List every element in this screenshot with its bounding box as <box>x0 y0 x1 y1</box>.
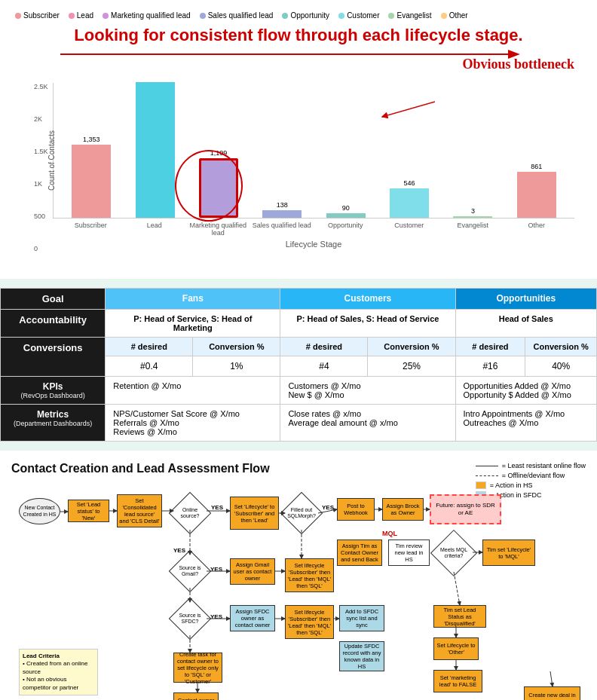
customers-accountability: P: Head of Sales, S: Head of Service <box>280 310 455 338</box>
evangelist-dot <box>388 13 394 19</box>
legend-evangelist-label: Evangelist <box>396 11 431 20</box>
tick-500: 500 <box>34 212 48 220</box>
legend-opportunity-label: Opportunity <box>290 11 329 20</box>
x-label-customer: Customer <box>379 222 440 237</box>
fans-desired-value: #0.4 <box>106 356 193 377</box>
kpis-label: KPIs (RevOps Dashboard) <box>1 377 106 405</box>
flow-legend-dashed: = Offline/deviant flow <box>476 472 586 479</box>
box-set-lead-status: Set 'Lead status' to 'New' <box>68 500 109 522</box>
box-lifecycle-sfdc: Set lifecycle 'Subscriber' then 'Lead' t… <box>285 605 334 639</box>
customers-kpis: Customers @ X/mo New $ @ X/mo <box>280 377 455 405</box>
box-tim-set-mql: Tim set 'Lifecycle' to 'MQL' <box>482 540 535 566</box>
tick-2000: 2K <box>34 115 48 123</box>
accountability-text: Accountability <box>19 314 87 326</box>
box-marketing-false: Set 'marketing lead' to FALSE <box>433 670 482 692</box>
bar-evangelist: 3 <box>442 207 503 218</box>
box-new-contact: New Contact Created in HS <box>19 498 60 524</box>
goal-table: Goal Fans Customers Opportunities Accoun… <box>0 288 597 442</box>
bar-chart: 1,353 1,109 138 <box>53 83 574 219</box>
opps-kpis: Opportunities Added @ X/mo Opportunity $… <box>455 377 596 405</box>
bar-evangelist-value: 3 <box>471 207 475 215</box>
legend-subscriber-label: Subscriber <box>23 11 60 20</box>
accountability-label: Accountability <box>1 310 106 338</box>
customers-header: Customers <box>280 289 455 310</box>
x-label-opportunity: Opportunity <box>315 222 376 237</box>
bottleneck-arrow <box>375 98 435 124</box>
svg-line-21 <box>454 572 460 605</box>
opps-desired-value: #16 <box>455 356 525 377</box>
box-create-task: Create task for contact owner to set lif… <box>173 653 222 683</box>
mql-label: MQL <box>382 530 397 537</box>
customers-desired-header: # desired <box>280 338 368 356</box>
legend-customer-label: Customer <box>347 11 379 20</box>
x-label-subscriber: Subscriber <box>60 222 121 237</box>
opps-accountability: Head of Sales <box>455 310 596 338</box>
box-update-sfdc: Update SFDC record with any known data i… <box>339 641 384 671</box>
conversions-text: Conversions <box>23 342 83 353</box>
legend-evangelist: Evangelist <box>388 11 431 20</box>
x-label-other: Other <box>507 222 568 237</box>
bar-sql: 138 <box>252 201 312 218</box>
bar-other-bar <box>517 172 556 218</box>
diamond-online-source: Online source? <box>173 497 207 530</box>
box-assign-gmail: Assign Gmail user as contact owner <box>230 558 275 585</box>
customers-conversion-value: 25% <box>368 356 455 377</box>
lead-criteria-title: Lead Criteria <box>23 653 60 659</box>
x-label-lead: Lead <box>124 222 185 237</box>
chart-section: Subscriber Lead Marketing qualified lead… <box>0 0 597 279</box>
subscriber-dot <box>15 13 21 19</box>
dashed-line-icon <box>476 475 498 476</box>
bar-mql-bar <box>199 158 238 218</box>
legend-mql: Marketing qualified lead <box>103 11 191 20</box>
chart-area: Count of Contacts 2.5K 2K 1.5K 1K 500 0 … <box>15 49 582 271</box>
box-disqualified: Tim set Lead Status as 'Disqualified' <box>433 605 486 628</box>
tick-1000: 1K <box>34 180 48 188</box>
legend-other-label: Other <box>449 11 468 20</box>
kpis-text: KPIs <box>8 381 97 392</box>
diamond-source-gmail: Source is Gmail? <box>173 555 207 588</box>
x-axis-title: Lifecycle Stage <box>53 240 574 249</box>
box-post-webhook: Post to Webhook <box>337 498 375 521</box>
yes-label-1: YES <box>211 504 223 511</box>
box-lifecycle-other: Set Lifecycle to 'Other' <box>433 637 479 660</box>
bar-evangelist-bar <box>453 216 492 218</box>
legend-lead: Lead <box>69 11 93 20</box>
customers-metrics: Close rates @ x/mo Average deal amount @… <box>280 405 455 442</box>
bar-sql-value: 138 <box>277 201 288 209</box>
bottleneck-label: Obvious bottleneck <box>462 57 574 72</box>
goal-label: Goal <box>1 289 106 310</box>
box-future-assign: Future: assign to SDR or AE <box>430 494 501 524</box>
box-tim-review: Tim review new lead in HS <box>388 540 430 566</box>
box-create-deal: Create new deal in Qualification Pipelin… <box>524 686 580 700</box>
diamond-meets-mql: Meets MQL criteria? <box>435 534 473 572</box>
opps-conversion-value: 40% <box>525 356 597 377</box>
box-contact-lifecycle: Contact owner sets 'Lifecycle' <box>173 692 219 700</box>
box-assign-tim: Assign Tim as Contact Owner and send Bac… <box>337 540 382 566</box>
metrics-text: Metrics <box>8 409 97 420</box>
opps-conversion-header: Conversion % <box>525 338 597 356</box>
opportunities-header: Opportunities <box>455 289 596 310</box>
bar-opportunity-value: 90 <box>342 204 350 212</box>
chart-legend: Subscriber Lead Marketing qualified lead… <box>15 11 582 20</box>
fans-conversion-value: 1% <box>193 356 280 377</box>
conversions-label: Conversions <box>1 338 106 377</box>
svg-line-1 <box>382 102 435 117</box>
legend-sql-label: Sales qualified lead <box>208 11 274 20</box>
legend-lead-label: Lead <box>77 11 93 20</box>
tick-2500: 2.5K <box>34 83 48 90</box>
bar-customer: 546 <box>379 179 439 218</box>
x-label-sql: Sales qualified lead <box>252 222 313 237</box>
dashed-label: = Offline/deviant flow <box>502 472 565 479</box>
customer-dot <box>338 13 344 19</box>
lead-criteria-item1: • Created from an online source <box>23 660 87 674</box>
yes-label-sfdc: YES <box>210 613 222 620</box>
fans-desired-header: # desired <box>106 338 193 356</box>
sql-dot <box>200 13 206 19</box>
x-label-evangelist: Evangelist <box>442 222 504 237</box>
diamond-filled-sqlmorph: Filled out SQLMorph? <box>285 497 318 530</box>
bar-subscriber-bar <box>72 145 111 218</box>
bar-opportunity: 90 <box>316 204 376 218</box>
box-lifecycle-gmail: Set lifecycle 'Subscriber' then 'Lead' t… <box>285 558 334 592</box>
legend-mql-label: Marketing qualified lead <box>111 11 191 20</box>
bar-lead-bar <box>136 82 175 218</box>
